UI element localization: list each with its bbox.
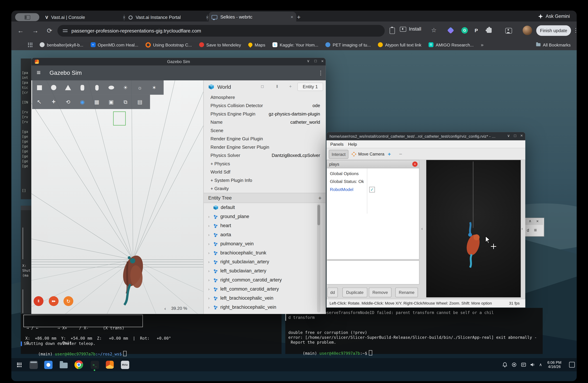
forward-button[interactable]: → (32, 28, 39, 34)
hamburger-menu-icon[interactable]: ≡ (534, 227, 537, 233)
slicer-prompt[interactable]: (main) user@40ec97997a7b:~$ (288, 345, 372, 360)
site-info-icon[interactable] (63, 29, 68, 33)
gazebo-taskbar-icon[interactable] (105, 360, 115, 369)
display-row-global-options[interactable]: Global Options (330, 171, 358, 176)
tab-vast-portal[interactable]: Vast.ai Instance Portal × (126, 12, 212, 22)
chrome-icon[interactable] (74, 360, 84, 369)
grammarly-extension-icon[interactable]: G (461, 27, 468, 34)
bookmark-item[interactable]: Maps (248, 42, 265, 47)
panel-close-icon[interactable]: × (412, 161, 418, 167)
pause-button[interactable]: ‖ (34, 296, 43, 306)
insert-box-button[interactable] (32, 80, 46, 95)
close-icon[interactable]: × (536, 219, 539, 224)
rviz-taskbar-icon[interactable]: RViz (120, 360, 130, 369)
rtf-collapse-chevron[interactable]: ‹ (164, 306, 166, 311)
display-row-robotmodel[interactable]: RobotModel (330, 187, 353, 192)
paste-button[interactable]: ▤ (133, 95, 147, 109)
entity-chip[interactable]: Entity 1 (297, 83, 323, 91)
gemini-extension-icon[interactable] (448, 28, 453, 33)
finish-update-button[interactable]: Finish update (536, 25, 571, 36)
tab-search-pill[interactable] (15, 13, 39, 21)
panel-collapse-chevron-right[interactable]: ‹ (522, 227, 523, 231)
panel-collapse-chevron-left[interactable]: ‹ (421, 227, 423, 231)
volume-icon[interactable] (527, 360, 537, 369)
maximize-icon[interactable]: □ (315, 59, 317, 63)
back-button[interactable]: ← (17, 28, 24, 34)
remove-tool-icon[interactable]: − (399, 151, 402, 157)
tab-vast-console[interactable]: V Vast.ai | Console × (42, 12, 128, 22)
rotate-tool-button[interactable]: ⟲ (61, 95, 75, 109)
tray-icon[interactable] (519, 360, 528, 369)
install-button[interactable]: Install (400, 26, 421, 32)
bookmark-item[interactable]: RAMIGO Research... (428, 42, 474, 47)
unfold-icon[interactable]: ∨ (507, 134, 510, 138)
bookmark-star-icon[interactable]: ☆ (431, 27, 437, 33)
gazebo-kebab-icon[interactable]: ⋮ (318, 69, 323, 76)
translate-tool-button[interactable]: + (46, 95, 61, 109)
displays-panel-header[interactable]: plays × (327, 160, 419, 168)
duplicate-button[interactable]: Duplicate (342, 287, 367, 297)
rviz-3d-view[interactable] (426, 160, 521, 297)
tab-close-icon[interactable]: × (291, 14, 293, 19)
property-row[interactable]: + System Plugin Info (204, 176, 326, 185)
select-tool-button[interactable]: ↖ (32, 95, 46, 109)
bookmark-item[interactable]: +OpenMD.com Heal... (91, 42, 138, 47)
browser-menu-kebab-icon[interactable]: ⋮ (573, 27, 579, 33)
pause-updates-icon[interactable]: ‖ (276, 84, 278, 89)
entity-tree-add-icon[interactable]: + (318, 195, 322, 201)
hamburger-menu-icon[interactable]: ≡ (37, 69, 41, 77)
step-forward-button[interactable]: ▶▶ (49, 296, 59, 306)
add-button-clipped[interactable]: dd (327, 287, 338, 297)
insert-sphere-button[interactable] (46, 80, 61, 95)
close-icon[interactable]: × (520, 133, 523, 138)
entity-tree-item[interactable]: ›right_brachiocephalic_vein (204, 303, 326, 312)
apps-grid-icon[interactable] (28, 42, 33, 47)
rviz-titlebar[interactable]: home/user/ros2_ws/install/control_cathet… (327, 132, 525, 140)
notifications-bell-icon[interactable] (500, 360, 509, 369)
reset-button[interactable]: ↻ (63, 296, 73, 306)
bookmark-item[interactable]: kKaggle: Your Hom... (273, 42, 318, 47)
show-apps-button[interactable] (14, 360, 24, 369)
avatar[interactable] (523, 26, 532, 35)
gazebo-titlebar[interactable]: Gazebo Sim ∨ □ × (31, 58, 326, 66)
unfold-icon[interactable]: ∨ (307, 59, 310, 63)
ask-gemini-button[interactable]: Ask Gemini (538, 14, 570, 19)
tab-selkies-active[interactable]: Selkies - webrtc × (209, 12, 296, 22)
point-light-button[interactable]: ☀ (118, 80, 133, 95)
display-row-global-status[interactable]: Global Status: Ok (330, 179, 364, 184)
property-row[interactable]: + Physics (204, 160, 326, 168)
reload-button[interactable]: ⟳ (47, 28, 52, 34)
entity-tree-item[interactable]: default (204, 203, 326, 212)
entity-tree-item-partial[interactable]: › (204, 312, 326, 314)
directional-light-button[interactable]: ☼ (133, 80, 147, 95)
copy-button[interactable]: ⧉ (118, 95, 133, 109)
bookmark-item[interactable]: Save to Mendeley (199, 42, 241, 47)
entity-tree-item[interactable]: ›brachiocephalic_trunk (204, 248, 326, 257)
menu-help[interactable]: Help (348, 142, 357, 146)
add-tool-icon[interactable]: + (388, 151, 391, 157)
gazebo-window[interactable]: Gazebo Sim ∨ □ × ≡ Gazebo Sim ⋮ (31, 58, 326, 314)
bookmark-item[interactable]: Atypon full text link (378, 42, 421, 47)
property-row[interactable]: Physics Collision Detectorode (204, 101, 326, 110)
entity-tree-item[interactable]: ›right_common_carotid_artery (204, 276, 326, 285)
property-row[interactable]: Namecatheter_world (204, 118, 326, 127)
property-row[interactable]: Render Engine Gui Plugin (204, 135, 326, 143)
p-extension-icon[interactable]: P (475, 28, 478, 33)
files-app-icon[interactable] (43, 360, 53, 369)
clock[interactable]: 6:06 PM 4/16/26 (543, 360, 565, 369)
new-tab-button[interactable]: + (297, 14, 300, 20)
slicer-terminal[interactable]: leNode::SetAndObserveTransformNodeID fai… (285, 308, 543, 354)
minimize-icon[interactable]: ∧ (529, 219, 531, 223)
robotmodel-checkbox[interactable]: ✓ (369, 187, 375, 192)
scrollbar-thumb[interactable] (317, 205, 320, 225)
remove-button[interactable]: Remove (369, 287, 392, 297)
terminal-icon[interactable]: >_ (90, 360, 99, 369)
insert-cone-button[interactable] (61, 80, 75, 95)
profile-switcher-icon[interactable] (505, 28, 512, 34)
bookmark-item[interactable]: Using Bootstrap C... (146, 42, 192, 47)
insert-cylinder-button[interactable] (75, 80, 89, 95)
extensions-puzzle-icon[interactable] (487, 28, 492, 33)
url-text[interactable]: passenger-profession-representations-gig… (71, 28, 201, 34)
interact-tool-button[interactable]: Interact (329, 150, 348, 159)
entity-tree-item[interactable]: ›left_brachiocephalic_vein (204, 293, 326, 303)
